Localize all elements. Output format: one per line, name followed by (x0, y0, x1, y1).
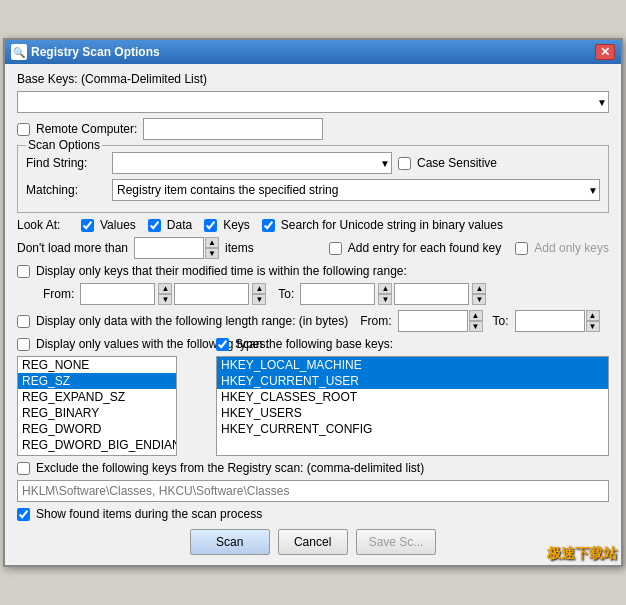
list-item[interactable]: HKEY_USERS (217, 405, 608, 421)
matching-row: Matching: Registry item contains the spe… (26, 179, 600, 201)
add-entry-checkbox[interactable] (329, 242, 342, 255)
length-from-spinners: ▲ ▼ (469, 310, 483, 332)
length-to-input[interactable]: 100 (515, 310, 585, 332)
length-to-spinbox: 100 ▲ ▼ (515, 310, 600, 332)
list-item[interactable]: HKEY_CURRENT_CONFIG (217, 421, 608, 437)
length-to-down[interactable]: ▼ (586, 321, 600, 332)
date-to-label: To: (278, 287, 294, 301)
list-item[interactable]: REG_NONE (18, 357, 176, 373)
show-found-checkbox[interactable] (17, 508, 30, 521)
window-body: Base Keys: (Comma-Delimited List) ▼ Remo… (5, 64, 621, 565)
length-from-down[interactable]: ▼ (469, 321, 483, 332)
list-item[interactable]: HKEY_LOCAL_MACHINE (217, 357, 608, 373)
date-range-checkbox[interactable] (17, 265, 30, 278)
find-string-select[interactable] (112, 152, 392, 174)
show-found-label: Show found items during the scan process (36, 507, 262, 521)
scan-button[interactable]: Scan (190, 529, 270, 555)
list-item[interactable]: HKEY_CURRENT_USER (217, 373, 608, 389)
value-types-checkbox[interactable] (17, 338, 30, 351)
length-to-spinners: ▲ ▼ (586, 310, 600, 332)
length-range-label: Display only data with the following len… (36, 314, 348, 328)
titlebar: 🔍 Registry Scan Options ✕ (5, 40, 621, 64)
remote-computer-row: Remote Computer: (17, 118, 609, 140)
base-keys-input-row: ▼ (17, 91, 609, 113)
cancel-button[interactable]: Cancel (278, 529, 348, 555)
bottom-buttons: Scan Cancel Save Sc... (17, 529, 609, 555)
time-to-up[interactable]: ▲ (472, 283, 486, 294)
scan-options-title: Scan Options (26, 138, 102, 152)
list-item[interactable]: HKEY_CLASSES_ROOT (217, 389, 608, 405)
dont-load-input[interactable]: 10000 (134, 237, 204, 259)
base-keys-select[interactable] (17, 91, 609, 113)
keys-label: Keys (223, 218, 250, 232)
list-item[interactable]: REG_EXPAND_SZ (18, 389, 176, 405)
date-to-spinners: ▲ ▼ (378, 283, 392, 305)
time-from-up[interactable]: ▲ (252, 283, 266, 294)
list-item[interactable]: REG_BINARY (18, 405, 176, 421)
matching-label: Matching: (26, 183, 106, 197)
list-item[interactable]: REG_DWORD_BIG_ENDIAN (18, 437, 176, 453)
date-range-label: Display only keys that their modified ti… (36, 264, 407, 278)
main-window: 🔍 Registry Scan Options ✕ Base Keys: (Co… (3, 38, 623, 567)
remote-computer-input[interactable] (143, 118, 323, 140)
matching-select[interactable]: Registry item contains the specified str… (112, 179, 600, 201)
length-from-input[interactable]: 0 (398, 310, 468, 332)
exclude-keys-checkbox[interactable] (17, 462, 30, 475)
date-from-up[interactable]: ▲ (158, 283, 172, 294)
date-to-up[interactable]: ▲ (378, 283, 392, 294)
look-at-label: Look At: (17, 218, 75, 232)
spin-up-button[interactable]: ▲ (205, 237, 219, 248)
matching-combo[interactable]: Registry item contains the specified str… (112, 179, 600, 201)
content-area: Base Keys: (Comma-Delimited List) ▼ Remo… (5, 64, 621, 565)
keys-checkbox[interactable] (204, 219, 217, 232)
time-from-input[interactable]: 13:47:11 (174, 283, 249, 305)
date-to-down[interactable]: ▼ (378, 294, 392, 305)
window-icon: 🔍 (11, 44, 27, 60)
value-types-header-row: Display only values with the following t… (17, 337, 202, 351)
exclude-input[interactable] (17, 480, 609, 502)
base-keys-scan-checkbox[interactable] (216, 338, 229, 351)
value-types-listbox[interactable]: REG_NONE REG_SZ REG_EXPAND_SZ REG_BINARY… (17, 356, 177, 456)
base-keys-combo[interactable]: ▼ (17, 91, 609, 113)
case-sensitive-checkbox[interactable] (398, 157, 411, 170)
find-string-label: Find String: (26, 156, 106, 170)
date-to-input[interactable]: 2015/ 9/15 (300, 283, 375, 305)
exclude-keys-label: Exclude the following keys from the Regi… (36, 461, 424, 475)
remote-computer-checkbox[interactable] (17, 123, 30, 136)
save-scan-button[interactable]: Save Sc... (356, 529, 437, 555)
base-keys-label: Base Keys: (Comma-Delimited List) (17, 72, 207, 86)
time-to-down[interactable]: ▼ (472, 294, 486, 305)
find-string-combo[interactable]: ▼ (112, 152, 392, 174)
dont-load-spinbox: 10000 ▲ ▼ (134, 237, 219, 259)
add-only-label: Add only keys (534, 241, 609, 255)
length-from-up[interactable]: ▲ (469, 310, 483, 321)
time-to-input[interactable]: 14:47:11 (394, 283, 469, 305)
close-button[interactable]: ✕ (595, 44, 615, 60)
base-keys-scan-header-row: Scan the following base keys: (216, 337, 609, 351)
base-keys-row: Base Keys: (Comma-Delimited List) (17, 72, 609, 86)
date-to-container: 2015/ 9/15 ▲ ▼ 14:47:11 ▲ ▼ (300, 283, 486, 305)
unicode-checkbox[interactable] (262, 219, 275, 232)
date-from-input[interactable]: 2015/ 9/15 (80, 283, 155, 305)
exclude-input-row (17, 480, 609, 502)
base-keys-scan-listbox[interactable]: HKEY_LOCAL_MACHINE HKEY_CURRENT_USER HKE… (216, 356, 609, 456)
look-at-row: Look At: Values Data Keys Search for Uni… (17, 218, 609, 232)
list-item[interactable]: REG_SZ (18, 373, 176, 389)
window-title: Registry Scan Options (31, 45, 160, 59)
value-types-container: Display only values with the following t… (17, 337, 202, 456)
length-to-up[interactable]: ▲ (586, 310, 600, 321)
spin-down-button[interactable]: ▼ (205, 248, 219, 259)
base-keys-scan-container: Scan the following base keys: HKEY_LOCAL… (216, 337, 609, 456)
find-string-row: Find String: ▼ Case Sensitive (26, 152, 600, 174)
watermark-text: 极速下载站 (547, 545, 617, 563)
add-only-checkbox[interactable] (515, 242, 528, 255)
case-sensitive-label: Case Sensitive (417, 156, 497, 170)
data-checkbox[interactable] (148, 219, 161, 232)
length-range-checkbox[interactable] (17, 315, 30, 328)
lists-row: Display only values with the following t… (17, 337, 609, 456)
list-item[interactable]: REG_DWORD (18, 421, 176, 437)
date-range-row: Display only keys that their modified ti… (17, 264, 609, 278)
values-checkbox[interactable] (81, 219, 94, 232)
date-from-down[interactable]: ▼ (158, 294, 172, 305)
time-from-down[interactable]: ▼ (252, 294, 266, 305)
